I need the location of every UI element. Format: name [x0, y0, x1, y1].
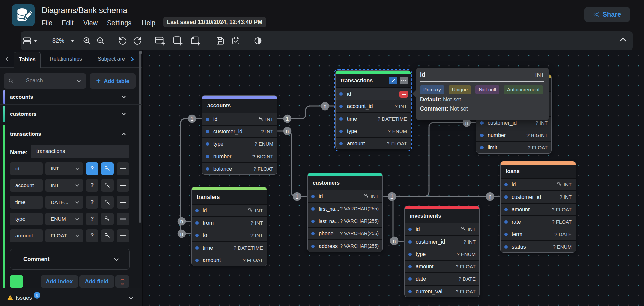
- svg-text:n: n: [180, 219, 183, 224]
- svg-text:n: n: [465, 120, 468, 126]
- svg-text:1: 1: [390, 194, 394, 200]
- svg-text:1: 1: [296, 194, 299, 200]
- svg-text:1: 1: [191, 116, 194, 122]
- svg-text:n: n: [393, 238, 396, 244]
- svg-text:n: n: [286, 128, 289, 134]
- svg-text:n: n: [489, 194, 492, 200]
- svg-text:n: n: [324, 103, 327, 109]
- svg-text:1: 1: [286, 116, 289, 122]
- svg-text:n: n: [180, 231, 183, 237]
